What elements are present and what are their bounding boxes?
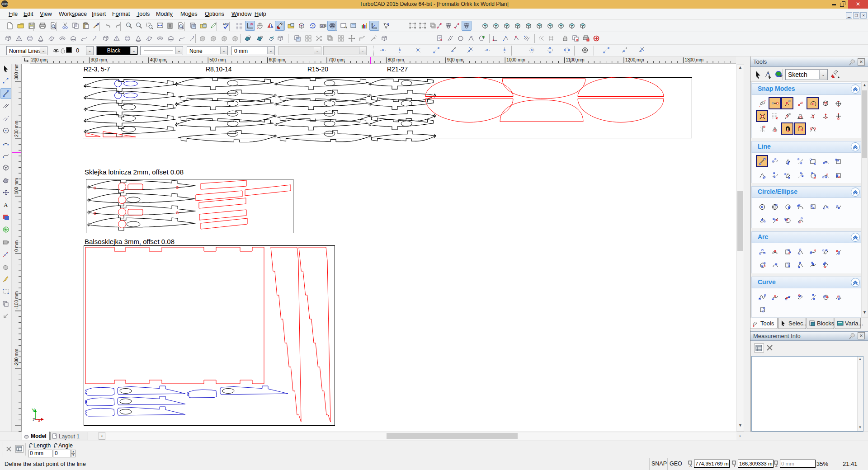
svg-text:R8,10-14: R8,10-14 — [206, 66, 232, 73]
svg-text:x: x — [257, 27, 258, 29]
svg-text:100 mm: 100 mm — [14, 178, 19, 194]
svg-text:R15-20: R15-20 — [307, 66, 328, 73]
svg-text:300 mm: 300 mm — [90, 57, 107, 62]
svg-text:1300 mm: 1300 mm — [684, 57, 703, 62]
svg-text:1000 mm: 1000 mm — [506, 57, 525, 62]
svg-text:-100 mm: -100 mm — [14, 291, 19, 309]
svg-text:R2-3, 5-7: R2-3, 5-7 — [84, 66, 110, 73]
svg-text:−: − — [138, 24, 140, 27]
svg-text:Balsosklejka 3mm, offset 0.08: Balsosklejka 3mm, offset 0.08 — [85, 238, 175, 245]
svg-text:200 mm: 200 mm — [14, 121, 19, 137]
svg-text:-200 mm: -200 mm — [14, 349, 19, 367]
svg-text:700 mm: 700 mm — [328, 57, 344, 62]
svg-text:1200 mm: 1200 mm — [625, 57, 644, 62]
svg-text::: : — [784, 324, 785, 327]
svg-text:A: A — [4, 202, 8, 208]
svg-text:z: z — [33, 417, 35, 422]
svg-text:200 mm: 200 mm — [31, 57, 47, 62]
svg-text:Sklejka lotnicza 2mm, offset 0: Sklejka lotnicza 2mm, offset 0.08 — [85, 168, 184, 176]
svg-text:R21-27: R21-27 — [387, 66, 408, 73]
svg-text:1100 mm: 1100 mm — [566, 57, 585, 62]
svg-text:Z: Z — [775, 464, 778, 467]
svg-text:+: + — [128, 24, 130, 27]
svg-text:X: X — [689, 464, 692, 467]
svg-text:400 mm: 400 mm — [150, 57, 166, 62]
svg-text:Y: Y — [764, 100, 766, 103]
svg-text:Y: Y — [32, 408, 35, 413]
svg-text:Y: Y — [733, 464, 736, 467]
svg-text:900 mm: 900 mm — [447, 57, 463, 62]
svg-text:500 mm: 500 mm — [209, 57, 226, 62]
svg-text:x: x — [759, 105, 760, 108]
svg-text:0 mm: 0 mm — [14, 240, 19, 252]
svg-text:?: ? — [387, 22, 389, 27]
svg-text:x: x — [440, 38, 442, 42]
svg-text:x: x — [38, 418, 41, 423]
svg-text:300 mm: 300 mm — [14, 64, 19, 80]
svg-text:800 mm: 800 mm — [387, 57, 404, 62]
svg-text:600 mm: 600 mm — [269, 57, 285, 62]
